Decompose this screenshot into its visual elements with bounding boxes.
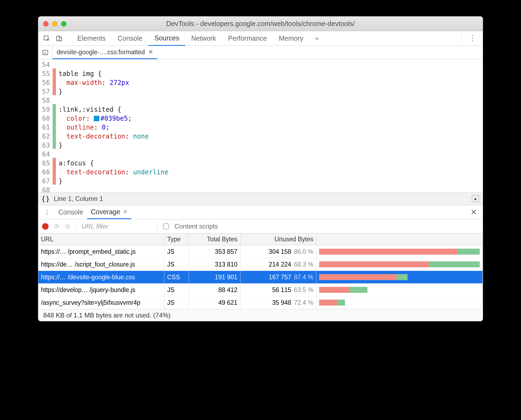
tab-console[interactable]: Console bbox=[112, 31, 148, 46]
code-content: table img { max-width: 272px} :link,:vis… bbox=[56, 59, 169, 192]
titlebar: DevTools - developers.google.com/web/too… bbox=[38, 17, 483, 31]
toggle-sidebar-icon[interactable]: ▲ bbox=[472, 195, 479, 202]
record-button[interactable] bbox=[42, 223, 49, 230]
tab-elements[interactable]: Elements bbox=[71, 31, 112, 46]
main-tab-bar: ElementsConsoleSourcesNetworkPerformance… bbox=[38, 31, 483, 46]
minimize-window-button[interactable] bbox=[52, 21, 58, 27]
tab-performance[interactable]: Performance bbox=[222, 31, 273, 46]
close-file-tab-icon[interactable]: ✕ bbox=[148, 49, 153, 56]
coverage-row[interactable]: https://… /devsite-google-blue.cssCSS191… bbox=[38, 271, 483, 284]
coverage-row[interactable]: https://develop… /jquery-bundle.jsJS88 4… bbox=[38, 284, 483, 296]
close-window-button[interactable] bbox=[43, 21, 49, 27]
coverage-table: URL Type Total Bytes Unused Bytes https:… bbox=[38, 233, 483, 321]
file-tab-label: devsite-google-….css:formatted bbox=[57, 49, 145, 56]
window-title: DevTools - developers.google.com/web/too… bbox=[43, 20, 478, 28]
close-drawer-tab-icon[interactable]: ✕ bbox=[123, 209, 128, 215]
tab-network[interactable]: Network bbox=[185, 31, 222, 46]
inspect-element-icon[interactable] bbox=[41, 33, 52, 44]
file-tab-bar: devsite-google-….css:formatted ✕ bbox=[38, 46, 483, 59]
line-number-gutter: 545556575859606162636465666768 bbox=[38, 59, 53, 192]
coverage-summary: 848 KB of 1.1 MB bytes are not used. (74… bbox=[38, 309, 483, 321]
divider bbox=[462, 34, 462, 43]
col-url[interactable]: URL bbox=[38, 233, 164, 245]
close-drawer-icon[interactable]: ✕ bbox=[467, 208, 480, 217]
tab-sources[interactable]: Sources bbox=[148, 31, 185, 46]
divider bbox=[76, 223, 76, 230]
drawer-tab-coverage[interactable]: Coverage✕ bbox=[87, 205, 131, 219]
reload-icon[interactable]: ⟳ bbox=[54, 223, 59, 230]
col-bar bbox=[316, 233, 483, 245]
col-type[interactable]: Type bbox=[164, 233, 189, 245]
coverage-table-header: URL Type Total Bytes Unused Bytes bbox=[38, 233, 483, 245]
coverage-strip bbox=[53, 59, 56, 192]
coverage-row[interactable]: /async_survey?site=ylj5ifxusvvmr4pJS49 6… bbox=[38, 296, 483, 309]
navigator-toggle-icon[interactable] bbox=[38, 46, 52, 59]
tab-memory[interactable]: Memory bbox=[273, 31, 309, 46]
traffic-lights bbox=[43, 21, 66, 27]
coverage-row[interactable]: https://de… /script_foot_closure.jsJS313… bbox=[38, 258, 483, 271]
tabs-overflow-icon[interactable]: » bbox=[310, 35, 323, 42]
content-scripts-label: Content scripts bbox=[174, 223, 218, 230]
coverage-row[interactable]: https://… /prompt_embed_static.jsJS353 8… bbox=[38, 245, 483, 258]
svg-rect-2 bbox=[59, 37, 62, 41]
cursor-position: Line 1, Column 1 bbox=[54, 195, 103, 203]
clear-icon[interactable]: ⊘ bbox=[65, 223, 70, 230]
content-scripts-checkbox[interactable] bbox=[163, 223, 169, 229]
col-unused[interactable]: Unused Bytes bbox=[240, 233, 316, 245]
divider bbox=[157, 223, 158, 230]
editor-status-bar: { } Line 1, Column 1 ▲ bbox=[38, 192, 483, 205]
drawer-tab-bar: ⋮ ConsoleCoverage✕ ✕ bbox=[38, 205, 483, 219]
file-tab[interactable]: devsite-google-….css:formatted ✕ bbox=[52, 46, 157, 59]
url-filter-input[interactable]: URL filter bbox=[81, 223, 152, 230]
devtools-window: DevTools - developers.google.com/web/too… bbox=[38, 16, 483, 321]
col-total[interactable]: Total Bytes bbox=[189, 233, 240, 245]
pretty-print-icon[interactable]: { } bbox=[42, 195, 49, 203]
device-toolbar-icon[interactable] bbox=[53, 33, 65, 44]
settings-menu-icon[interactable]: ⋮ bbox=[465, 34, 480, 43]
zoom-window-button[interactable] bbox=[61, 21, 66, 27]
source-editor[interactable]: 545556575859606162636465666768 table img… bbox=[38, 59, 483, 192]
drawer-menu-icon[interactable]: ⋮ bbox=[41, 209, 53, 216]
coverage-toolbar: ⟳ ⊘ URL filter Content scripts bbox=[38, 219, 483, 233]
drawer-tab-console[interactable]: Console bbox=[55, 205, 87, 219]
svg-rect-3 bbox=[43, 50, 48, 55]
